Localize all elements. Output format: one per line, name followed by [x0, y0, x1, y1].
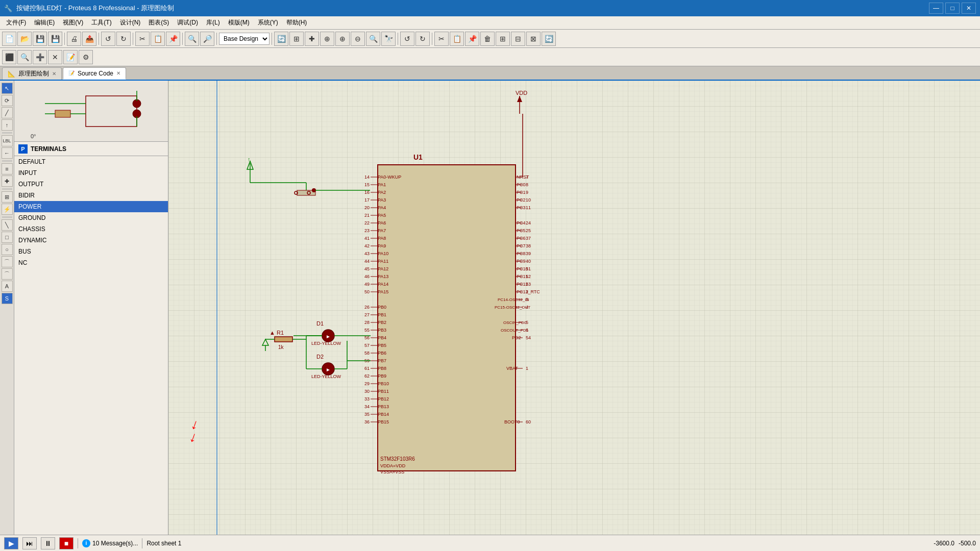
menu-item-l[interactable]: 库(L): [202, 17, 224, 28]
port-tool[interactable]: ⊞: [2, 191, 13, 203]
tb2-btn6[interactable]: ⚙: [79, 50, 93, 64]
tab-schematic-close[interactable]: ✕: [52, 71, 56, 77]
copy-button[interactable]: 📋: [151, 32, 165, 46]
text-tool[interactable]: A: [2, 281, 13, 292]
menu-item-e[interactable]: 编辑(E): [30, 17, 59, 28]
align2-button[interactable]: ⊟: [511, 32, 525, 46]
close-button[interactable]: ✕: [962, 3, 976, 14]
flip-button[interactable]: ⊠: [526, 32, 541, 46]
svg-text:PB8: PB8: [378, 366, 386, 371]
save-all-button[interactable]: 💾: [48, 32, 62, 46]
menu-item-n[interactable]: 设计(N): [116, 17, 145, 28]
terminal-item-ground[interactable]: GROUND: [14, 212, 168, 223]
paste-button[interactable]: 📌: [166, 32, 180, 46]
tb2-btn4[interactable]: ✕: [48, 50, 62, 64]
svg-text:PC1: PC1: [517, 190, 526, 195]
design-select[interactable]: Base Design: [219, 33, 270, 45]
terminal-item-output[interactable]: OUTPUT: [14, 179, 168, 190]
terminal-item-dynamic[interactable]: DYNAMIC: [14, 235, 168, 246]
redo-button[interactable]: ↻: [116, 32, 131, 46]
export-button[interactable]: 📤: [82, 32, 96, 46]
print-button[interactable]: 🖨: [67, 32, 81, 46]
bus-tool[interactable]: ↑: [2, 119, 13, 131]
copy2-button[interactable]: 📋: [450, 32, 464, 46]
draw-tool[interactable]: ╲: [2, 219, 13, 231]
rotate-button[interactable]: 🔄: [542, 32, 556, 46]
save-button[interactable]: 💾: [33, 32, 47, 46]
menu-item-h[interactable]: 帮助(H): [282, 17, 311, 28]
canvas-area[interactable]: VDD ↑ U1 STM32F103R6 VDDA=VDD VSSA=VSS: [168, 81, 980, 535]
undo-button[interactable]: ↺: [101, 32, 115, 46]
menu-item-s[interactable]: 图表(S): [144, 17, 173, 28]
zoom-in-button[interactable]: 🔍: [185, 32, 199, 46]
menu-item-m[interactable]: 模版(M): [224, 17, 254, 28]
svg-text:PA14: PA14: [378, 282, 388, 287]
refresh-button[interactable]: 🔄: [274, 32, 288, 46]
menu-item-d[interactable]: 调试(D): [173, 17, 202, 28]
tab-schematic[interactable]: 📐 原理图绘制 ✕: [2, 67, 62, 80]
cut2-button[interactable]: ✂: [434, 32, 449, 46]
svg-text:37: 37: [526, 236, 531, 241]
zoom-in2-button[interactable]: ⊕: [335, 32, 350, 46]
svg-text:62: 62: [364, 373, 370, 379]
delete-button[interactable]: 🗑: [480, 32, 495, 46]
terminal-item-input[interactable]: INPUT: [14, 167, 168, 179]
terminal-item-default[interactable]: DEFAULT: [14, 156, 168, 167]
tab-source-code[interactable]: 📝 Source Code ✕: [63, 67, 126, 80]
terminal-item-chassis[interactable]: CHASSIS: [14, 223, 168, 235]
align-button[interactable]: ⊞: [496, 32, 510, 46]
poly-tool[interactable]: ⌒: [2, 268, 13, 280]
menu-item-t[interactable]: 工具(T): [87, 17, 115, 28]
terminal-item-bidir[interactable]: BIDIR: [14, 190, 168, 201]
open-button[interactable]: 📂: [17, 32, 32, 46]
tb2-btn2[interactable]: 🔍: [17, 50, 32, 64]
redo2-button[interactable]: ↻: [415, 32, 430, 46]
svg-text:PA5: PA5: [378, 213, 386, 218]
maximize-button[interactable]: □: [945, 3, 960, 14]
zoom-full-button[interactable]: 🔭: [381, 32, 396, 46]
step-button[interactable]: ⏭: [22, 537, 37, 549]
sep6: [272, 33, 272, 45]
zoom-out2-button[interactable]: ⊖: [351, 32, 365, 46]
svg-text:11: 11: [526, 205, 531, 210]
arc-tool[interactable]: ⌒: [2, 256, 13, 267]
svg-text:PA8: PA8: [378, 236, 386, 241]
angle-display: 0°: [31, 133, 36, 139]
message-indicator[interactable]: i 10 Message(s)...: [82, 539, 138, 547]
terminal-item-power[interactable]: POWER: [14, 201, 168, 212]
new-button[interactable]: 📄: [2, 32, 16, 46]
select-tool[interactable]: ↖: [2, 83, 13, 94]
grid-button[interactable]: ⊞: [289, 32, 304, 46]
tb2-btn3[interactable]: ➕: [33, 50, 47, 64]
stop-button[interactable]: ■: [59, 537, 74, 549]
menu-item-f[interactable]: 文件(F): [2, 17, 30, 28]
net-tool[interactable]: ←: [2, 147, 13, 159]
paste2-button[interactable]: 📌: [465, 32, 479, 46]
component-tool[interactable]: ⟳: [2, 95, 13, 106]
junction-tool[interactable]: ≡: [2, 163, 13, 174]
lbl-tool[interactable]: LBL: [2, 135, 13, 146]
sep4: [182, 33, 183, 45]
tb2-btn1[interactable]: ⬛: [2, 50, 16, 64]
terminal-item-nc[interactable]: NC: [14, 257, 168, 268]
terminal-item-bus[interactable]: BUS: [14, 246, 168, 257]
cut-button[interactable]: ✂: [135, 32, 150, 46]
minimize-button[interactable]: —: [929, 3, 943, 14]
terminal-tool[interactable]: ✚: [2, 176, 13, 187]
tab-source-close[interactable]: ✕: [116, 70, 120, 76]
sym-tool[interactable]: S: [2, 293, 13, 304]
play-button[interactable]: ▶: [4, 537, 18, 549]
power-tool[interactable]: ⚡: [2, 204, 13, 215]
box-tool[interactable]: □: [2, 232, 13, 243]
menu-item-v[interactable]: 视图(V): [59, 17, 87, 28]
move-button[interactable]: ⊕: [320, 32, 334, 46]
tb2-btn5[interactable]: 📝: [63, 50, 78, 64]
zoom-area-button[interactable]: 🔍: [366, 32, 380, 46]
cross-button[interactable]: ✚: [305, 32, 319, 46]
pause-button[interactable]: ⏸: [41, 537, 55, 549]
zoom-out-button[interactable]: 🔎: [200, 32, 214, 46]
circle-tool[interactable]: ○: [2, 244, 13, 255]
undo2-button[interactable]: ↺: [400, 32, 414, 46]
menu-item-y[interactable]: 系统(Y): [254, 17, 282, 28]
wire-tool[interactable]: ╱: [2, 107, 13, 118]
